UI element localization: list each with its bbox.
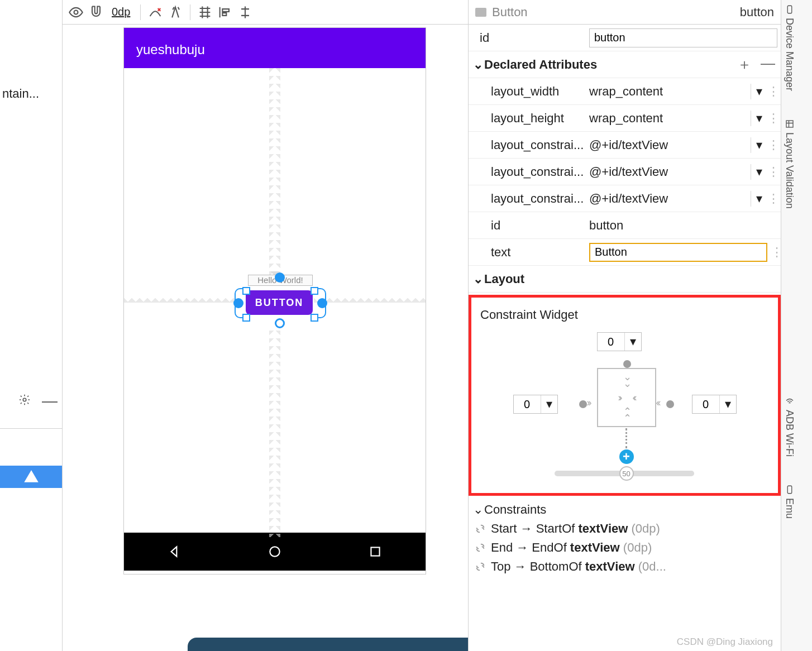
- nav-home-icon[interactable]: [268, 544, 282, 559]
- constraint-item[interactable]: Top → BottomOf textView (0d...: [474, 557, 781, 576]
- bias-slider[interactable]: 50: [555, 471, 694, 476]
- constraint-item[interactable]: Start → StartOf textView (0dp): [474, 519, 781, 538]
- section-layout[interactable]: ⌄ Layout: [469, 266, 781, 293]
- constraint-anchor-bottom[interactable]: [275, 318, 285, 328]
- constraint-anchor-top[interactable]: [275, 272, 285, 283]
- grip-icon[interactable]: ⋮: [770, 164, 777, 180]
- eye-icon[interactable]: [68, 4, 84, 20]
- constraint-link-dot[interactable]: [666, 400, 674, 408]
- dropdown-icon[interactable]: ▾: [751, 84, 767, 99]
- dropdown-icon[interactable]: ▾: [751, 111, 767, 126]
- attr-text-input[interactable]: [589, 243, 767, 262]
- resize-handle[interactable]: [242, 287, 250, 295]
- guideline-icon[interactable]: [237, 4, 253, 20]
- svg-rect-6: [787, 486, 792, 494]
- dropdown-icon[interactable]: ▾: [751, 137, 767, 153]
- constraint-widget-diagram[interactable]: ▾ ▾ ▾ ›› ‹‹ ⌄⌄ ››‹‹ ⌃⌃ + 50: [513, 332, 737, 477]
- spring-icon: ››: [587, 397, 590, 409]
- pack-icon[interactable]: [197, 4, 213, 20]
- tab-device-manager[interactable]: Device Manager: [781, 0, 797, 95]
- device-frame: yueshubuju Hello World! BUTTON: [124, 28, 426, 574]
- resize-handle[interactable]: [311, 287, 318, 295]
- gear-icon[interactable]: [18, 394, 31, 408]
- right-tool-sidebar: Device Manager Layout Validation ADB Wi-…: [781, 0, 812, 651]
- align-icon[interactable]: [217, 4, 233, 20]
- magnet-icon[interactable]: [88, 4, 104, 20]
- grip-icon[interactable]: ⋮: [770, 111, 777, 126]
- chevron-down-icon: ⌄: [473, 272, 481, 286]
- grip-icon[interactable]: ⋮: [770, 137, 777, 153]
- button-widget[interactable]: BUTTON: [246, 290, 313, 315]
- resize-handle[interactable]: [242, 314, 250, 322]
- constraint-item[interactable]: End → EndOf textView (0dp): [474, 538, 781, 557]
- design-toolbar: 0dp ?: [63, 0, 522, 25]
- nav-back-icon[interactable]: [167, 544, 181, 559]
- bias-thumb[interactable]: 50: [619, 466, 634, 481]
- grip-icon[interactable]: ⋮: [773, 245, 781, 260]
- attr-label: id: [469, 218, 586, 233]
- constraint-anchor-left[interactable]: [233, 298, 243, 308]
- clear-constraints-icon[interactable]: [147, 4, 163, 20]
- resize-handle[interactable]: [311, 314, 318, 322]
- truncated-tree-item[interactable]: ntain...: [2, 87, 39, 101]
- dropdown-icon[interactable]: ▾: [751, 191, 767, 207]
- remove-attr-icon[interactable]: —: [761, 55, 775, 74]
- dropdown-icon[interactable]: ▾: [751, 164, 767, 180]
- attr-value[interactable]: button: [589, 218, 777, 233]
- section-label: Constraints: [484, 502, 546, 517]
- tab-emulator[interactable]: Emu: [781, 480, 797, 523]
- chevron-down-icon: ⌄: [473, 58, 481, 72]
- svg-rect-4: [787, 6, 792, 13]
- default-margin-button[interactable]: 0dp: [108, 6, 133, 18]
- watermark: CSDN @Ding Jiaxiong: [677, 636, 773, 648]
- section-declared-attributes[interactable]: ⌄ Declared Attributes ＋—: [469, 51, 781, 78]
- component-badge-icon: [475, 8, 486, 17]
- attr-label: layout_height: [469, 111, 586, 126]
- attr-id-input[interactable]: [589, 28, 777, 47]
- design-canvas[interactable]: yueshubuju Hello World! BUTTON: [63, 25, 504, 651]
- dropdown-icon[interactable]: ▾: [624, 333, 641, 351]
- svg-point-0: [23, 398, 26, 401]
- dropdown-icon[interactable]: ▾: [541, 395, 557, 413]
- margin-left-input[interactable]: [514, 398, 541, 411]
- attr-label: layout_width: [469, 84, 586, 99]
- spring-icon: ‹‹: [656, 397, 660, 409]
- selected-widget-group[interactable]: Hello World! BUTTON: [236, 275, 325, 334]
- attr-label: layout_constrai...: [469, 192, 586, 206]
- margin-right-input[interactable]: [692, 398, 719, 411]
- attr-label: layout_constrai...: [469, 165, 586, 179]
- component-tree-panel: ntain... —: [0, 0, 63, 651]
- svg-rect-3: [371, 547, 379, 556]
- dropdown-icon[interactable]: ▾: [719, 395, 736, 413]
- attr-value[interactable]: @+id/textView: [589, 165, 751, 179]
- constraint-widget-highlight: Constraint Widget ▾ ▾ ▾ ›› ‹‹ ⌄⌄ ››‹‹ ⌃⌃…: [469, 295, 781, 496]
- add-attr-icon[interactable]: ＋: [737, 55, 752, 74]
- add-constraint-icon[interactable]: +: [619, 449, 634, 464]
- attributes-panel: Button button id ⌄ Declared Attributes ＋…: [468, 0, 781, 651]
- minus-icon[interactable]: —: [42, 392, 58, 410]
- attr-id-label: id: [469, 31, 586, 45]
- app-title-bar: yueshubuju: [124, 31, 426, 68]
- warning-badge[interactable]: [0, 466, 62, 488]
- attr-value[interactable]: wrap_content: [589, 111, 751, 126]
- tab-layout-validation[interactable]: Layout Validation: [781, 114, 797, 213]
- nav-recent-icon[interactable]: [368, 544, 383, 559]
- emulator-preview-edge: [188, 638, 491, 651]
- constraint-link-dot[interactable]: [579, 400, 587, 408]
- tab-adb-wifi[interactable]: ADB Wi-Fi: [781, 392, 797, 461]
- attr-value[interactable]: wrap_content: [589, 84, 751, 99]
- component-type: Button: [492, 5, 528, 20]
- attr-value[interactable]: @+id/textView: [589, 138, 751, 152]
- grip-icon[interactable]: ⋮: [770, 84, 777, 99]
- margin-top-input[interactable]: [598, 336, 624, 348]
- constraint-anchor-right[interactable]: [317, 298, 327, 308]
- svg-point-2: [270, 547, 279, 556]
- constraint-link-dot[interactable]: [623, 360, 631, 368]
- infer-constraints-icon[interactable]: [168, 4, 183, 20]
- constraint-box[interactable]: ⌄⌄ ››‹‹ ⌃⌃: [597, 368, 656, 427]
- section-label: Declared Attributes: [484, 58, 597, 72]
- section-constraints[interactable]: ⌄ Constraints: [469, 498, 781, 519]
- attr-label: layout_constrai...: [469, 138, 586, 152]
- attr-value[interactable]: @+id/textView: [589, 192, 751, 206]
- grip-icon[interactable]: ⋮: [770, 191, 777, 207]
